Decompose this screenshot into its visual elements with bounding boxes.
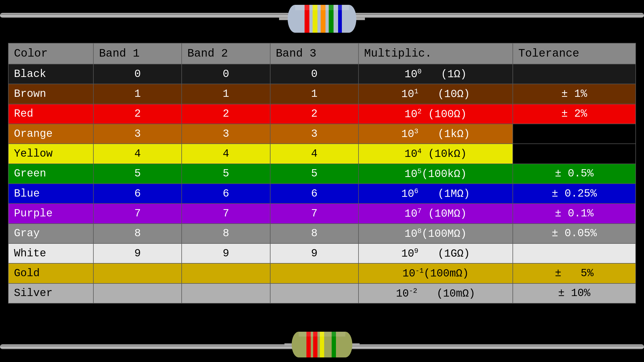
color-name: Black bbox=[8, 64, 93, 84]
band3-val: 6 bbox=[270, 184, 358, 204]
band1-val: 2 bbox=[93, 104, 182, 124]
tol-val: ± 0.5% bbox=[513, 164, 636, 184]
col-header-mult: Multiplic. bbox=[358, 43, 513, 64]
svg-rect-10 bbox=[295, 5, 349, 10]
band1-val bbox=[93, 283, 182, 303]
band2-val: 9 bbox=[182, 243, 270, 263]
mult-val: 107 (10MΩ) bbox=[358, 204, 513, 223]
color-name: Orange bbox=[8, 124, 93, 144]
band3-val bbox=[270, 283, 358, 303]
mult-val: 101 (10Ω) bbox=[358, 84, 513, 104]
band2-val: 5 bbox=[182, 164, 270, 184]
resistor-bottom bbox=[284, 327, 360, 362]
color-name: Yellow bbox=[8, 144, 93, 164]
tol-val: ± 0.1% bbox=[513, 204, 636, 223]
tol-val bbox=[513, 243, 636, 263]
band3-val: 3 bbox=[270, 124, 358, 144]
color-name: Purple bbox=[8, 204, 93, 223]
table-row: Silver 10-2 (10mΩ) ± 10% bbox=[8, 283, 636, 303]
mult-val: 10-2 (10mΩ) bbox=[358, 283, 513, 303]
table-row: Purple 7 7 7 107 (10MΩ) ± 0.1% bbox=[8, 204, 636, 223]
band1-val: 4 bbox=[93, 144, 182, 164]
mult-val: 106 (1MΩ) bbox=[358, 184, 513, 204]
table-row: Green 5 5 5 105(100kΩ) ± 0.5% bbox=[8, 164, 636, 184]
color-name: White bbox=[8, 243, 93, 263]
band2-val: 0 bbox=[182, 64, 270, 84]
color-name: Red bbox=[8, 104, 93, 124]
table-row: White 9 9 9 109 (1GΩ) bbox=[8, 243, 636, 263]
col-header-tol: Tolerance bbox=[513, 43, 636, 64]
band2-val: 6 bbox=[182, 184, 270, 204]
tol-val: ± 0.05% bbox=[513, 224, 636, 243]
color-name: Blue bbox=[8, 184, 93, 204]
band1-val: 3 bbox=[93, 124, 182, 144]
table-row: Brown 1 1 1 101 (10Ω) ± 1% bbox=[8, 84, 636, 104]
band2-val: 4 bbox=[182, 144, 270, 164]
band2-val: 3 bbox=[182, 124, 270, 144]
band1-val bbox=[93, 263, 182, 283]
band1-val: 8 bbox=[93, 224, 182, 243]
resistor-top bbox=[279, 0, 365, 38]
color-name: Brown bbox=[8, 84, 93, 104]
col-header-band1: Band 1 bbox=[93, 43, 182, 64]
band3-val: 7 bbox=[270, 204, 358, 223]
band2-val: 7 bbox=[182, 204, 270, 223]
band1-val: 0 bbox=[93, 64, 182, 84]
color-name: Green bbox=[8, 164, 93, 184]
mult-val: 10-1(100mΩ) bbox=[358, 263, 513, 283]
table-row: Gold 10-1(100mΩ) ± 5% bbox=[8, 263, 636, 283]
band3-val: 1 bbox=[270, 84, 358, 104]
band3-val: 2 bbox=[270, 104, 358, 124]
tol-val: ± 10% bbox=[513, 283, 636, 303]
band1-val: 5 bbox=[93, 164, 182, 184]
color-name: Gold bbox=[8, 263, 93, 283]
band1-val: 9 bbox=[93, 243, 182, 263]
table-row: Black 0 0 0 100 (1Ω) bbox=[8, 64, 636, 84]
color-code-table: Color Band 1 Band 2 Band 3 Multiplic. To… bbox=[8, 43, 636, 304]
col-header-band2: Band 2 bbox=[182, 43, 270, 64]
band3-val: 5 bbox=[270, 164, 358, 184]
band1-val: 6 bbox=[93, 184, 182, 204]
band3-val: 4 bbox=[270, 144, 358, 164]
tol-val bbox=[513, 124, 636, 144]
svg-rect-20 bbox=[299, 332, 345, 337]
band2-val: 2 bbox=[182, 104, 270, 124]
color-name: Gray bbox=[8, 224, 93, 243]
band3-val bbox=[270, 263, 358, 283]
tol-val: ± 1% bbox=[513, 84, 636, 104]
mult-val: 100 (1Ω) bbox=[358, 64, 513, 84]
band1-val: 7 bbox=[93, 204, 182, 223]
table-row: Blue 6 6 6 106 (1MΩ) ± 0.25% bbox=[8, 184, 636, 204]
table-row: Red 2 2 2 102 (100Ω) ± 2% bbox=[8, 104, 636, 124]
col-header-color: Color bbox=[8, 43, 93, 64]
tol-val: ± 0.25% bbox=[513, 184, 636, 204]
table-row: Yellow 4 4 4 104 (10kΩ) bbox=[8, 144, 636, 164]
mult-val: 108(100MΩ) bbox=[358, 224, 513, 243]
band2-val bbox=[182, 263, 270, 283]
band3-val: 0 bbox=[270, 64, 358, 84]
col-header-band3: Band 3 bbox=[270, 43, 358, 64]
table-row: Orange 3 3 3 103 (1kΩ) bbox=[8, 124, 636, 144]
band2-val: 8 bbox=[182, 224, 270, 243]
mult-val: 103 (1kΩ) bbox=[358, 124, 513, 144]
tol-val bbox=[513, 144, 636, 164]
tol-val bbox=[513, 64, 636, 84]
mult-val: 102 (100Ω) bbox=[358, 104, 513, 124]
table-row: Gray 8 8 8 108(100MΩ) ± 0.05% bbox=[8, 224, 636, 243]
band1-val: 1 bbox=[93, 84, 182, 104]
band2-val bbox=[182, 283, 270, 303]
band3-val: 9 bbox=[270, 243, 358, 263]
table-wrapper: Color Band 1 Band 2 Band 3 Multiplic. To… bbox=[8, 43, 636, 304]
tol-val: ± 2% bbox=[513, 104, 636, 124]
band2-val: 1 bbox=[182, 84, 270, 104]
color-name: Silver bbox=[8, 283, 93, 303]
band3-val: 8 bbox=[270, 224, 358, 243]
mult-val: 109 (1GΩ) bbox=[358, 243, 513, 263]
mult-val: 105(100kΩ) bbox=[358, 164, 513, 184]
mult-val: 104 (10kΩ) bbox=[358, 144, 513, 164]
tol-val: ± 5% bbox=[513, 263, 636, 283]
